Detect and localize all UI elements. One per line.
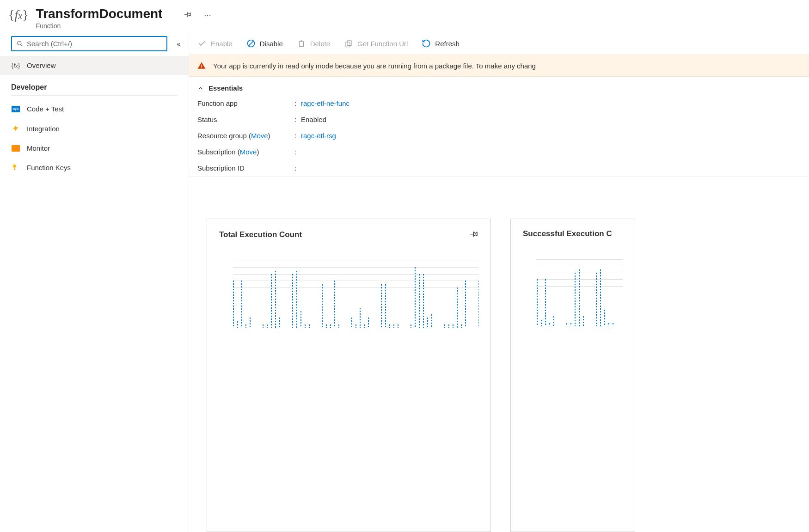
lightning-icon (11, 124, 20, 133)
checkmark-icon (197, 39, 207, 48)
svg-line-1 (21, 44, 22, 46)
sidebar-item-code-test[interactable]: </> Code + Test (0, 99, 189, 118)
chart-plot: 1214161820 (537, 252, 623, 326)
trash-icon (297, 39, 306, 48)
sidebar-item-integration[interactable]: Integration (0, 118, 189, 139)
move-link[interactable]: Move (251, 132, 268, 140)
ess-value-subscription-id (301, 164, 801, 172)
sidebar-item-monitor[interactable]: Monitor (0, 139, 189, 158)
chart-card-successful-execution: Successful Execution C 1214161820 (510, 219, 635, 532)
toolbar: Enable Disable Delete (189, 34, 809, 55)
tool-label: Disable (260, 40, 283, 48)
page-subtitle: Function (36, 22, 163, 30)
svg-rect-10 (347, 41, 351, 46)
chart-card-total-execution: Total Execution Count 1214161820 (207, 219, 491, 532)
function-fx-icon: fx (8, 6, 29, 21)
pin-icon[interactable] (184, 10, 192, 20)
svg-rect-13 (201, 67, 202, 68)
ess-label-resource-group: Resource group (Move) (197, 132, 294, 140)
refresh-button[interactable]: Refresh (422, 39, 460, 48)
svg-rect-4 (14, 169, 16, 170)
disable-button[interactable]: Disable (246, 39, 283, 48)
svg-rect-3 (14, 167, 15, 171)
chart-title: Successful Execution C (523, 229, 612, 238)
tool-label: Refresh (435, 40, 460, 48)
essentials-section: Essentials Function app : ragc-etl-ne-fu… (189, 77, 809, 177)
charts-area: Total Execution Count 1214161820 Success… (189, 177, 809, 532)
page-title: TransformDocument (36, 6, 163, 21)
essentials-toggle[interactable]: Essentials (197, 84, 801, 92)
code-icon: </> (12, 106, 20, 112)
delete-button: Delete (297, 39, 330, 48)
readonly-banner: Your app is currently in read only mode … (189, 55, 809, 77)
fx-icon: fx (12, 62, 20, 69)
move-link[interactable]: Move (240, 148, 257, 156)
search-icon (17, 40, 23, 47)
main-content: Enable Disable Delete (189, 34, 809, 532)
essentials-label: Essentials (208, 84, 243, 92)
chart-title: Total Execution Count (219, 230, 302, 239)
ess-label-status: Status (197, 116, 294, 123)
tool-label: Enable (211, 40, 233, 48)
svg-point-0 (18, 41, 21, 45)
ess-value-subscription (301, 148, 801, 156)
sidebar-item-function-keys[interactable]: Function Keys (0, 158, 189, 177)
monitor-icon (12, 145, 20, 152)
search-input[interactable] (11, 36, 167, 51)
ess-value-function-app[interactable]: ragc-etl-ne-func (301, 99, 801, 107)
svg-rect-11 (346, 42, 350, 47)
ess-value-resource-group[interactable]: ragc-etl-rsg (301, 132, 801, 140)
sidebar: « fx Overview Developer </> Code + Test … (0, 34, 189, 532)
sidebar-item-label: Function Keys (27, 164, 71, 171)
get-function-url-button: Get Function Url (344, 39, 408, 48)
warning-icon (197, 61, 206, 70)
ess-label-subscription-id: Subscription ID (197, 164, 294, 172)
svg-rect-12 (201, 65, 202, 67)
ess-label-function-app: Function app (197, 99, 294, 107)
refresh-icon (422, 39, 431, 48)
svg-line-6 (248, 41, 254, 46)
chevron-up-icon (197, 85, 204, 92)
copy-icon (344, 39, 353, 48)
collapse-sidebar-icon[interactable]: « (177, 40, 180, 48)
page-header: fx TransformDocument Function ⋯ (0, 0, 809, 34)
sidebar-item-label: Integration (27, 125, 60, 133)
sidebar-item-label: Overview (27, 61, 56, 69)
ess-label-subscription: Subscription (Move) (197, 148, 294, 156)
tool-label: Delete (310, 40, 330, 48)
key-icon (11, 163, 20, 171)
sidebar-section-developer: Developer (11, 75, 178, 96)
sidebar-item-label: Monitor (27, 144, 50, 152)
tool-label: Get Function Url (357, 40, 408, 48)
chart-plot: 1214161820 (233, 254, 478, 328)
search-field[interactable] (27, 40, 162, 48)
more-icon[interactable]: ⋯ (204, 11, 212, 19)
svg-rect-7 (299, 42, 303, 47)
disable-icon (246, 39, 256, 48)
sidebar-item-overview[interactable]: fx Overview (0, 56, 189, 75)
enable-button: Enable (197, 39, 233, 48)
ess-value-status: Enabled (301, 116, 801, 123)
pin-icon[interactable] (469, 229, 478, 240)
banner-text: Your app is currently in read only mode … (213, 62, 536, 70)
sidebar-item-label: Code + Test (27, 105, 64, 113)
